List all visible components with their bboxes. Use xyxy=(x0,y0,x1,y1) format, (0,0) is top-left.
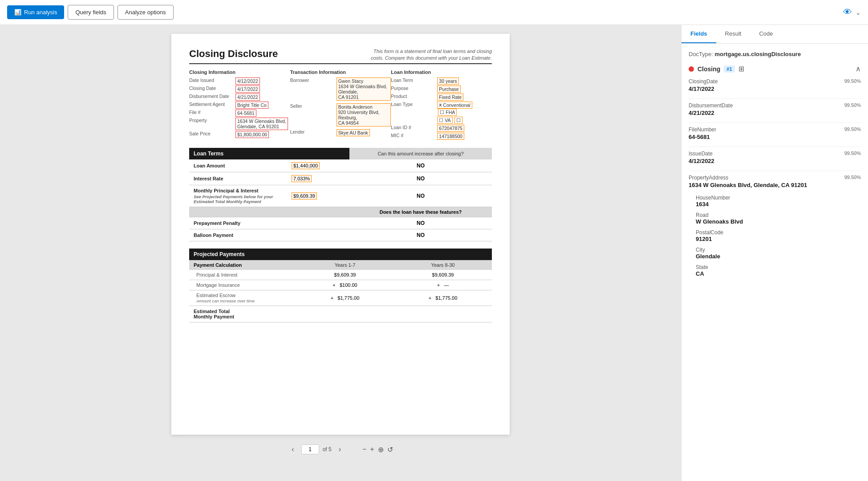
table-row: Interest Rate 7.033% NO xyxy=(189,172,492,185)
file-number-value: 64-5681 xyxy=(689,134,861,140)
info-row-settlement-agent: Settlement Agent Bright Title Co xyxy=(189,102,290,109)
analyze-options-button[interactable]: Analyze options xyxy=(118,5,174,20)
sub-field-state: State CA xyxy=(696,264,861,277)
property-address-value: 1634 W Glenoaks Blvd, Glendale, CA 91201 xyxy=(689,182,861,188)
info-row-lender: Lender Skye AU Bank xyxy=(290,129,391,136)
right-panel: Fields Result Code DocType: mortgage.us.… xyxy=(681,25,868,481)
closing-indicator-dot xyxy=(689,66,694,72)
eye-icon[interactable]: 👁 xyxy=(843,7,852,17)
doctype-row: DocType: mortgage.us.closingDisclosure xyxy=(689,51,861,57)
document-viewer: Closing Disclosure This form is a statem… xyxy=(0,25,681,481)
file-number-confidence: 99.50% xyxy=(844,126,861,133)
closing-info-section: Closing Information Date Issued 4/12/202… xyxy=(189,69,290,141)
page-navigation: ‹ of 5 › − + ⊕ ↺ xyxy=(288,444,393,459)
table-row-balloon: Balloon Payment NO xyxy=(189,229,492,241)
main-layout: Closing Disclosure This form is a statem… xyxy=(0,25,868,481)
features-header-row: Does the loan have these features? xyxy=(189,207,492,217)
fit-page-button[interactable]: ⊕ xyxy=(378,445,384,454)
page-number-input[interactable] xyxy=(301,444,319,454)
city-value: Glendale xyxy=(696,253,861,260)
zoom-controls: − + ⊕ ↺ xyxy=(362,445,393,454)
info-row-disbursement-date: Disbursement Date 4/21/2022 xyxy=(189,94,290,101)
table-row: Monthly Principal & Interest See Project… xyxy=(189,185,492,207)
info-row-mic: MIC # 147188500 xyxy=(391,133,492,140)
loan-terms-header: Loan Terms xyxy=(189,148,287,159)
info-row-loan-type: Loan Type X Conventional ☐ FHA ☐ VA xyxy=(391,102,492,124)
prev-page-button[interactable]: ‹ xyxy=(288,444,297,455)
property-address-field-name: PropertyAddress 99.50% xyxy=(689,175,861,181)
disbursement-date-value: 4/21/2022 xyxy=(689,110,861,116)
collapse-button[interactable]: ∧ xyxy=(856,65,861,73)
field-entry-property-address: PropertyAddress 99.50% 1634 W Glenoaks B… xyxy=(689,175,861,188)
state-label: State xyxy=(696,264,861,270)
payment-calc-label: Payment Calculation xyxy=(189,260,296,270)
grid-icon[interactable]: ⊞ xyxy=(738,65,744,73)
sub-field-city: City Glendale xyxy=(696,247,861,260)
info-row-seller: Seller Bonita Anderson920 University Blv… xyxy=(290,103,391,126)
rotate-button[interactable]: ↺ xyxy=(387,445,393,454)
closing-info-title: Closing Information xyxy=(189,69,290,75)
disbursement-date-field-name: DisbursementDate 99.50% xyxy=(689,102,861,109)
tab-result[interactable]: Result xyxy=(716,25,750,43)
state-value: CA xyxy=(696,270,861,277)
sub-field-house-number: HouseNumber 1634 xyxy=(696,195,861,208)
tab-fields[interactable]: Fields xyxy=(681,25,716,43)
city-label: City xyxy=(696,247,861,253)
file-number-field-name: FileNumber 99.50% xyxy=(689,126,861,133)
table-row: Estimated EscrowAmount can increase over… xyxy=(189,290,492,306)
issue-date-confidence: 99.50% xyxy=(844,151,861,157)
panel-tabs: Fields Result Code xyxy=(681,25,868,44)
road-label: Road xyxy=(696,212,861,218)
issue-date-value: 4/12/2022 xyxy=(689,158,861,164)
field-entry-file-number: FileNumber 99.50% 64-5681 xyxy=(689,126,861,140)
info-row-loan-term: Loan Term 30 years xyxy=(391,77,492,85)
table-row: Loan Amount $1,440,000 NO xyxy=(189,159,492,172)
table-row-estimated-total: Estimated TotalMonthly Payment xyxy=(189,306,492,322)
closing-date-field-name: ClosingDate 99.50% xyxy=(689,78,861,85)
run-analysis-button[interactable]: 📊 Run analysis xyxy=(7,5,64,19)
loan-info-section: Loan Information Loan Term 30 years Purp… xyxy=(391,69,492,141)
chart-icon: 📊 xyxy=(14,9,21,16)
sub-field-postal-code: PostalCode 91201 xyxy=(696,229,861,242)
house-number-value: 1634 xyxy=(696,201,861,208)
closing-badge: #1 xyxy=(724,65,734,73)
doctype-value: mortgage.us.closingDisclosure xyxy=(715,51,801,57)
info-row-loan-id: Loan ID # 672047875 xyxy=(391,125,492,132)
tab-code[interactable]: Code xyxy=(750,25,782,43)
table-row: Mortgage Insurance + $100.00 + — xyxy=(189,280,492,290)
sub-field-road: Road W Glenoaks Blvd xyxy=(696,212,861,225)
zoom-in-button[interactable]: + xyxy=(370,445,374,454)
disbursement-date-confidence: 99.50% xyxy=(844,102,861,109)
info-row-borrower: Borrower Gwen Stacy1634 W Glenoaks Blvd,… xyxy=(290,77,391,101)
info-sections: Closing Information Date Issued 4/12/202… xyxy=(189,69,492,141)
query-fields-button[interactable]: Query fields xyxy=(68,5,114,20)
projected-payments-header: Projected Payments xyxy=(189,249,296,260)
loan-info-title: Loan Information xyxy=(391,69,492,75)
years1-header: Years 1-7 xyxy=(296,260,394,270)
toolbar: 📊 Run analysis Query fields Analyze opti… xyxy=(0,0,868,25)
info-row-product: Product Fixed Rate xyxy=(391,94,492,101)
closing-date-confidence: 99.50% xyxy=(844,78,861,85)
postal-code-value: 91201 xyxy=(696,236,861,242)
info-row-file-number: File # 64-5681 xyxy=(189,110,290,117)
loan-terms-table: Loan Terms Can this amount increase afte… xyxy=(189,148,492,241)
table-row-prepayment: Prepayment Penalty NO xyxy=(189,217,492,229)
issue-date-field-name: IssueDate 99.50% xyxy=(689,151,861,157)
page-total: of 5 xyxy=(323,446,332,452)
postal-code-label: PostalCode xyxy=(696,229,861,236)
panel-content: DocType: mortgage.us.closingDisclosure C… xyxy=(681,44,868,481)
transaction-info-section: Transaction Information Borrower Gwen St… xyxy=(290,69,391,141)
zoom-out-button[interactable]: − xyxy=(362,445,366,454)
closing-section-header: Closing #1 ⊞ ∧ xyxy=(689,65,861,73)
next-page-button[interactable]: › xyxy=(335,444,345,455)
info-row-closing-date: Closing Date 4/17/2022 xyxy=(189,86,290,93)
toolbar-icons: 👁 ⌄ xyxy=(843,7,861,17)
chevron-down-icon[interactable]: ⌄ xyxy=(856,9,861,16)
field-entry-closing-date: ClosingDate 99.50% 4/17/2022 xyxy=(689,78,861,92)
document-subtitle: This form is a statement of final loan t… xyxy=(367,48,492,62)
field-entry-disbursement-date: DisbursementDate 99.50% 4/21/2022 xyxy=(689,102,861,116)
closing-date-value: 4/17/2022 xyxy=(689,86,861,92)
road-value: W Glenoaks Blvd xyxy=(696,218,861,225)
field-entry-issue-date: IssueDate 99.50% 4/12/2022 xyxy=(689,151,861,164)
document-paper: Closing Disclosure This form is a statem… xyxy=(171,34,510,435)
